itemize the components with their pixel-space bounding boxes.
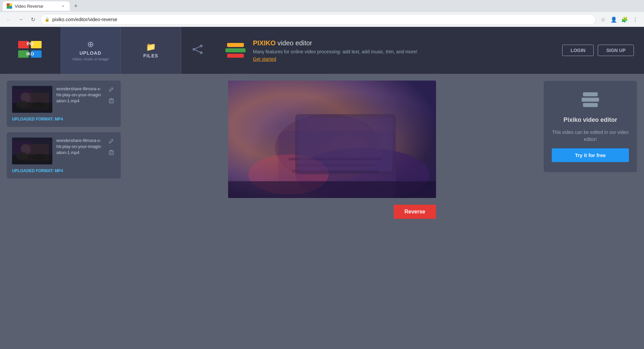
- file-card-1-top: wondershare-filmora-x-hit-play-on-your-i…: [12, 86, 115, 113]
- bookmark-button[interactable]: ☆: [598, 15, 608, 24]
- logo-area: PIX IKO: [0, 41, 60, 60]
- thumbnail-image-1: [12, 86, 52, 113]
- video-player: [228, 81, 436, 198]
- file-info-1: wondershare-filmora-x-hit-play-on-your-i…: [56, 86, 103, 104]
- edit-file-2-button[interactable]: [107, 138, 115, 146]
- delete-file-2-button[interactable]: [107, 148, 115, 156]
- file-info-2: wondershare-filmora-x-hit-play-on-your-i…: [56, 138, 103, 156]
- promo-desc: Many features for online video processin…: [253, 49, 552, 54]
- file-format-2: UPLOADED FORMAT: MP4: [12, 168, 115, 173]
- svg-text:PIX: PIX: [27, 41, 34, 46]
- svg-rect-34: [109, 151, 113, 155]
- svg-rect-51: [582, 98, 599, 102]
- file-format-value-2: MP4: [55, 168, 63, 173]
- delete-file-1-button[interactable]: [107, 97, 115, 105]
- svg-point-12: [193, 48, 195, 51]
- svg-point-21: [16, 100, 28, 108]
- login-button[interactable]: LOGIN: [562, 45, 594, 56]
- video-controls: Reverse: [228, 205, 436, 219]
- editor-promo-card: Pixiko video editor This video can be ed…: [543, 81, 637, 172]
- promo-pixiko: PIXIKO: [253, 39, 276, 47]
- upload-sublabel: Video, music or image: [72, 57, 109, 61]
- pixiko-logo: PIX IKO: [18, 41, 42, 60]
- svg-rect-23: [109, 99, 113, 103]
- file-actions-1: [107, 86, 115, 105]
- file-actions-2: [107, 138, 115, 156]
- main-content: wondershare-filmora-x-hit-play-on-your-i…: [0, 74, 644, 349]
- file-card-2-top: wondershare-filmora-x-hit-play-on-your-i…: [12, 138, 115, 164]
- promo-get-started-link[interactable]: Get started: [253, 56, 552, 62]
- svg-rect-13: [227, 43, 244, 47]
- share-nav-item[interactable]: [181, 27, 215, 74]
- file-thumbnail-1: [12, 86, 52, 113]
- svg-point-32: [16, 152, 28, 160]
- promo-title-rest: video editor: [276, 39, 312, 47]
- svg-rect-0: [7, 3, 9, 6]
- file-format-1: UPLOADED FORMAT: MP4: [12, 117, 115, 121]
- extensions-button[interactable]: 🧩: [620, 15, 629, 24]
- share-icon: [191, 44, 205, 57]
- app: PIX IKO ⊕ UPLOAD Video, music or image 📁…: [0, 27, 644, 349]
- svg-point-22: [32, 102, 46, 109]
- reload-button[interactable]: ↻: [28, 15, 38, 24]
- url-text: pixiko.com/editor/video-reverse: [52, 17, 591, 22]
- menu-button[interactable]: ⋮: [631, 15, 640, 24]
- right-panel: Pixiko video editor This video can be ed…: [537, 74, 644, 349]
- tab-favicon: [7, 3, 12, 9]
- svg-text:IKO: IKO: [26, 51, 34, 56]
- tab-close-button[interactable]: ×: [60, 3, 66, 9]
- lock-icon: 🔒: [45, 17, 50, 22]
- files-nav-item[interactable]: 📁 FILES: [121, 27, 181, 74]
- edit-file-1-button[interactable]: [107, 86, 115, 94]
- profile-button[interactable]: 👤: [609, 15, 619, 24]
- signup-button[interactable]: SIGN UP: [598, 45, 634, 56]
- promo-text: PIXIKO video editor Many features for on…: [253, 39, 552, 62]
- promo-area: PIXIKO video editor Many features for on…: [215, 39, 562, 62]
- file-name-1: wondershare-filmora-x-hit-play-on-your-i…: [56, 86, 103, 104]
- layers-icon: [580, 91, 600, 108]
- promo-title: PIXIKO video editor: [253, 39, 552, 47]
- video-area: Reverse: [127, 74, 537, 349]
- files-label: FILES: [143, 53, 158, 58]
- svg-rect-50: [583, 92, 598, 96]
- svg-rect-3: [10, 6, 12, 9]
- card-desc: This video can be edited in our video ed…: [552, 129, 629, 143]
- svg-rect-1: [10, 3, 12, 6]
- svg-rect-2: [7, 6, 9, 9]
- new-tab-button[interactable]: +: [71, 1, 80, 11]
- card-title: Pixiko video editor: [564, 116, 617, 123]
- svg-rect-48: [299, 117, 392, 171]
- forward-button[interactable]: →: [16, 15, 25, 24]
- svg-rect-52: [583, 103, 598, 107]
- browser-tab[interactable]: Video Reverse ×: [3, 1, 70, 11]
- upload-label: UPLOAD: [79, 50, 101, 56]
- address-bar[interactable]: 🔒 pixiko.com/editor/video-reverse: [40, 14, 596, 25]
- svg-rect-15: [227, 54, 244, 58]
- thumbnail-image-2: [12, 138, 52, 164]
- reverse-button[interactable]: Reverse: [394, 205, 436, 219]
- svg-rect-49: [228, 181, 436, 198]
- file-thumbnail-2: [12, 138, 52, 164]
- file-card-1: wondershare-filmora-x-hit-play-on-your-i…: [7, 81, 121, 127]
- file-card-2: wondershare-filmora-x-hit-play-on-your-i…: [7, 132, 121, 179]
- back-button[interactable]: ←: [4, 15, 13, 24]
- svg-point-11: [200, 51, 203, 54]
- file-name-2: wondershare-filmora-x-hit-play-on-your-i…: [56, 138, 103, 156]
- upload-nav-item[interactable]: ⊕ UPLOAD Video, music or image: [60, 27, 121, 74]
- file-format-value-1: MP4: [55, 117, 63, 121]
- svg-rect-14: [225, 48, 246, 52]
- svg-point-10: [200, 45, 203, 47]
- tab-title: Video Reverse: [15, 4, 43, 9]
- upload-icon: ⊕: [87, 40, 94, 49]
- header-actions: LOGIN SIGN UP: [562, 45, 644, 56]
- header: PIX IKO ⊕ UPLOAD Video, music or image 📁…: [0, 27, 644, 74]
- try-for-free-button[interactable]: Try it for free: [552, 148, 629, 162]
- video-preview: [228, 81, 436, 198]
- files-icon: 📁: [146, 42, 156, 52]
- promo-logo-icon: [225, 42, 246, 59]
- sidebar: wondershare-filmora-x-hit-play-on-your-i…: [0, 74, 127, 349]
- svg-point-33: [32, 154, 46, 160]
